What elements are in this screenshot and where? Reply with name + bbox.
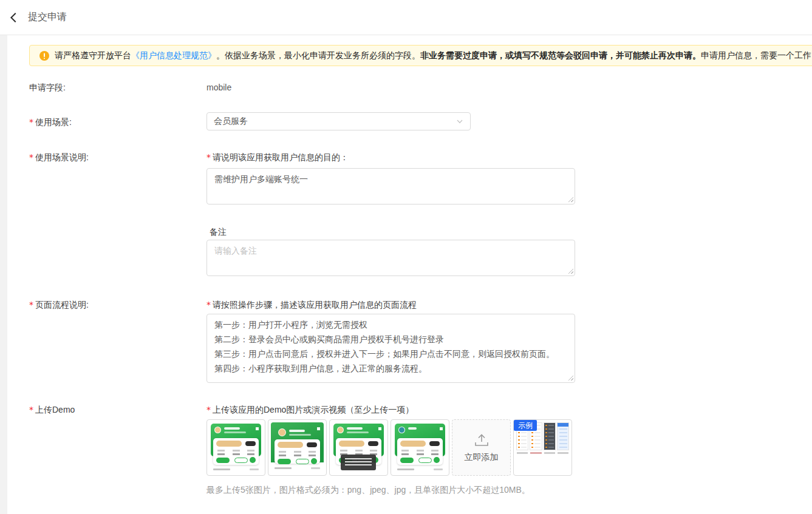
required-asterisk: *: [29, 300, 33, 309]
usage-scene-label: *使用场景:: [29, 117, 72, 128]
remark-label: 备注: [210, 227, 227, 238]
upload-add-label: 立即添加: [465, 452, 499, 463]
purpose-textarea[interactable]: 需维护用户多端账号统一: [206, 168, 575, 205]
required-asterisk: *: [206, 300, 211, 309]
required-asterisk: *: [206, 152, 211, 162]
demo-screenshot-image: [394, 422, 446, 473]
demo-screenshot-image: [332, 422, 385, 473]
tooltip-overlay: [341, 455, 376, 470]
upload-demo-label: *上传Demo: [29, 405, 75, 416]
apply-field-value: mobile: [206, 83, 231, 92]
usage-scene-selected-value: 会员服务: [214, 116, 248, 127]
required-asterisk: *: [206, 405, 211, 414]
example-thumbnail[interactable]: 示例: [513, 419, 572, 476]
form-panel: 请严格遵守开放平台《用户信息处理规范》。依据业务场景，最小化申请开发业务所必须的…: [7, 35, 812, 514]
example-badge: 示例: [514, 420, 537, 431]
page-header: 提交申请: [0, 0, 812, 35]
back-button[interactable]: [0, 0, 28, 35]
demo-thumbnail-2[interactable]: [268, 419, 327, 476]
example-captions: [517, 452, 568, 454]
upload-add-button[interactable]: 立即添加: [452, 419, 511, 476]
purpose-textarea-wrap: 需维护用户多端账号统一: [206, 168, 575, 205]
upload-sub-label: *上传该应用的Demo图片或演示视频（至少上传一项）: [206, 405, 414, 416]
upload-thumbnails: 立即添加 示例: [206, 419, 572, 476]
page-flow-label: *页面流程说明:: [29, 300, 89, 311]
flow-textarea[interactable]: 第一步：用户打开小程序，浏览无需授权 第二步：登录会员中心或购买商品需用户授权手…: [206, 314, 575, 383]
remark-textarea[interactable]: [206, 240, 575, 276]
upload-hint: 最多上传5张图片，图片格式必须为：png、jpeg、jpg，且单张图片大小不超过…: [206, 485, 530, 496]
apply-field-label: 申请字段:: [29, 83, 66, 93]
demo-screenshot-image: [271, 422, 324, 473]
chevron-down-icon: [456, 118, 463, 125]
notice-text-1: 请严格遵守开放平台: [55, 50, 131, 61]
purpose-sub-label: *请说明该应用获取用户信息的目的：: [206, 152, 349, 163]
content-area: 请严格遵守开放平台《用户信息处理规范》。依据业务场景，最小化申请开发业务所必须的…: [0, 35, 812, 514]
remark-textarea-wrap: [206, 240, 575, 276]
user-info-spec-link[interactable]: 《用户信息处理规范》: [131, 50, 216, 61]
notice-banner: 请严格遵守开放平台《用户信息处理规范》。依据业务场景，最小化申请开发业务所必须的…: [29, 45, 812, 66]
demo-screenshot-image: [210, 422, 262, 473]
page-title: 提交申请: [28, 11, 67, 24]
demo-thumbnail-4[interactable]: [391, 419, 449, 476]
scene-desc-label: *使用场景说明:: [29, 152, 89, 163]
warning-icon: [39, 51, 49, 61]
chevron-left-icon: [7, 11, 21, 24]
notice-text-2: 。依据业务场景，最小化申请开发业务所必须的字段。: [216, 50, 420, 61]
upload-icon: [474, 433, 490, 447]
required-asterisk: *: [29, 152, 33, 162]
usage-scene-select[interactable]: 会员服务: [206, 112, 471, 130]
required-asterisk: *: [29, 405, 33, 414]
required-asterisk: *: [29, 117, 33, 127]
demo-thumbnail-3[interactable]: [329, 419, 388, 476]
notice-text-3: 申请用户信息，需要一个工作日左右的审核时间，请耐: [701, 50, 812, 61]
page-flow-sub-label: *请按照操作步骤，描述该应用获取用户信息的页面流程: [206, 300, 417, 311]
flow-textarea-wrap: 第一步：用户打开小程序，浏览无需授权 第二步：登录会员中心或购买商品需用户授权手…: [206, 314, 575, 383]
notice-text-bold: 非业务需要过度申请，或填写不规范等会驳回申请，并可能禁止再次申请。: [420, 50, 701, 61]
demo-thumbnail-1[interactable]: [206, 419, 265, 476]
